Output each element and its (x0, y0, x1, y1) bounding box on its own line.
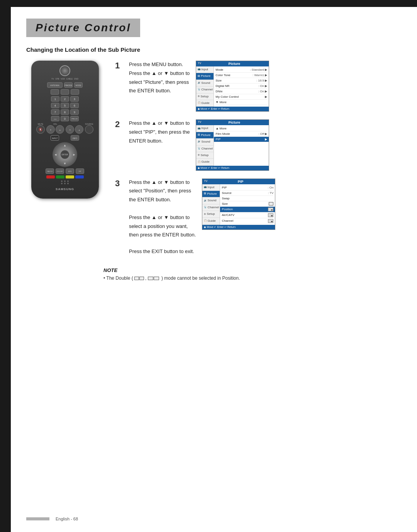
num-6[interactable]: 6 (70, 103, 79, 108)
enter-button[interactable]: ENTER (61, 150, 69, 159)
menu3-sidebar-channel: 📡Channel (202, 204, 220, 211)
tv-labels: TVSTBVCRCABLEDVD (35, 78, 95, 80)
input-button[interactable]: INPUT (51, 135, 59, 141)
antenna-button[interactable]: ANTENNA (47, 82, 63, 88)
menu1-footer: ◆ Move ↵ Enter ↩ Return (196, 107, 269, 111)
num-dash[interactable]: — (51, 116, 59, 121)
nav-left[interactable]: ◄ (54, 153, 57, 156)
menu1-sidebar-input: 📺Input (196, 66, 214, 73)
menu2-footer: ◆ Move ↵ Enter ↩ Return (196, 166, 269, 170)
num-3[interactable]: 3 (70, 96, 79, 102)
menu3-sidebar-sound: 🔊Sound (202, 197, 220, 204)
menu1-row-dnie: DNIe : On ▶ (215, 89, 267, 94)
btn-left1[interactable] (51, 89, 59, 95)
colored-buttons-row (35, 175, 95, 178)
menu1-mode-value: : Standard ▶ (250, 68, 267, 71)
menu1-footer-text: ◆ Move ↵ Enter ↩ Return (198, 107, 229, 110)
menu1-sidebar-picture: 🖼Picture (196, 73, 214, 80)
source-button[interactable] (85, 125, 93, 134)
remote-control: TVSTBVCRCABLEDVD ANTENNA PIMODE MODE (31, 61, 99, 199)
step1-row: 1 Press the MENU button. Press the ▲ or … (115, 61, 398, 112)
num-8[interactable]: 8 (61, 109, 69, 115)
ch-up[interactable]: ▴ (75, 125, 83, 134)
menu2-pip-arrow: ▶ (265, 138, 267, 141)
menu2-sidebar-guide: 📋Guide (196, 159, 214, 165)
blue-button[interactable] (75, 175, 84, 178)
tv-menu-1-body: 📺Input 🖼Picture 🔊Sound 📡Channel (196, 66, 269, 107)
left-border (0, 0, 11, 532)
tv-menu-2-body: 📺Input 🖼Picture 🔊Sound 📡Channel (196, 125, 269, 165)
menu2-content: ▲ More Film Mode : Off ▶ PIP ▶ (214, 125, 269, 165)
step3-number: 3 (115, 178, 123, 189)
menu3-title: PIP (238, 180, 244, 184)
step2-text: Press the ▲ or ▼ button to select "PIP",… (129, 119, 190, 146)
menu3-content: PIP : On Source : TV Swap Size (220, 184, 275, 225)
step2-row: 2 Press the ▲ or ▼ button to select "PIP… (115, 119, 398, 170)
num-1[interactable]: 1 (51, 96, 59, 102)
menu3-row-source: Source : TV (222, 190, 273, 196)
nav-down[interactable]: ▼ (63, 162, 66, 165)
menu1-content: Mode : Standard ▶ Color Tone : Warm1 ▶ S… (214, 66, 269, 107)
ch-list-button[interactable]: CH.LIST (56, 168, 64, 174)
num-7[interactable]: 7 (51, 109, 59, 115)
note-bullet-text: • The Double ( , ) mode cannot be select… (103, 275, 240, 281)
menu3-aircatv-label: Air/CATV (222, 213, 234, 217)
btn-left3[interactable] (71, 89, 79, 95)
menu3-sidebar-setup: ⚙Setup (202, 211, 220, 218)
mode-button[interactable]: MODE (74, 82, 83, 88)
red-button[interactable] (46, 175, 55, 178)
ch-down[interactable]: ▾ (66, 125, 74, 134)
fav-ch-button[interactable]: FAV.CH (46, 168, 54, 174)
menu2-sidebar-input: 📺Input (196, 125, 214, 132)
tv-menu-3: TV PIP 📺Input 🖼Picture (202, 178, 275, 230)
btn-left2[interactable] (61, 89, 69, 95)
step2-number: 2 (115, 119, 123, 129)
exit-instruction: Press the EXIT button to exit. (129, 248, 398, 256)
info-button[interactable]: INFO (71, 135, 79, 141)
step3-line7: then press the ENTER button. (129, 231, 196, 239)
menu1-mycolor-arrow: ▶ (265, 95, 267, 99)
step3-text: Press the ▲ or ▼ button to select "Posit… (129, 178, 196, 240)
pimode-button[interactable]: PIMODE (64, 82, 73, 88)
num-5[interactable]: 5 (61, 103, 69, 108)
menu1-colortone-label: Color Tone (215, 73, 231, 77)
vol-down[interactable]: ▾ (46, 125, 55, 134)
step1-line3: select "Picture", then press (129, 78, 190, 87)
menu3-sidebar-picture: 🖼Picture (202, 191, 220, 197)
menu1-row-dnr: Digital NR : On ▶ (215, 83, 267, 89)
menu1-colortone-value: : Warm1 ▶ (253, 73, 267, 77)
tv-menu-3-header: TV PIP (202, 179, 275, 184)
menu3-swap-label: Swap (222, 197, 229, 200)
step1-line1: Press the MENU button. (129, 61, 190, 69)
page-title-box: Picture Control (26, 19, 140, 37)
vol-up[interactable]: ▴ (56, 125, 64, 134)
step3-line2: select "Position", then press (129, 187, 196, 195)
nav-right[interactable]: ► (73, 153, 76, 156)
menu3-pip-value: : On (268, 186, 273, 189)
menu1-sidebar-sound: 🔊Sound (196, 80, 214, 87)
green-button[interactable] (56, 175, 64, 178)
pip-remote-button[interactable]: PIP (76, 168, 84, 174)
menu1-sidebar: 📺Input 🖼Picture 🔊Sound 📡Channel (196, 66, 214, 107)
menu2-footer-text: ◆ Move ↵ Enter ↩ Return (198, 167, 229, 170)
tv-menu-2: TV Picture 📺Input 🖼Picture (196, 119, 269, 170)
menu3-pip-label: PIP (222, 186, 227, 189)
step3-line6: select a position you want, (129, 223, 196, 231)
remote-container: TVSTBVCRCABLEDVD ANTENNA PIMODE MODE (26, 61, 103, 199)
power-button[interactable] (59, 65, 70, 76)
menu3-sidebar-input: 📺Input (202, 184, 220, 191)
mts-button[interactable]: MTS (66, 168, 74, 174)
pre-ch[interactable]: PRE-CH (70, 116, 79, 121)
step2-line3: ENTER button. (129, 137, 190, 145)
nav-up[interactable]: ▲ (63, 144, 66, 147)
mute-button[interactable]: 🔇 (36, 125, 45, 134)
num-0[interactable]: 0 (61, 116, 69, 121)
remote-brand: SAMSUNG (35, 187, 95, 191)
num-9[interactable]: 9 (70, 109, 79, 115)
menu1-sidebar-channel: 📡Channel (196, 87, 214, 93)
number-grid: 1 2 3 4 5 6 7 8 9 — 0 PRE-CH (35, 96, 95, 121)
num-4[interactable]: 4 (51, 103, 59, 108)
yellow-button[interactable] (66, 175, 74, 178)
tv-menu-1-header: TV Picture (196, 61, 269, 66)
num-2[interactable]: 2 (61, 96, 69, 102)
